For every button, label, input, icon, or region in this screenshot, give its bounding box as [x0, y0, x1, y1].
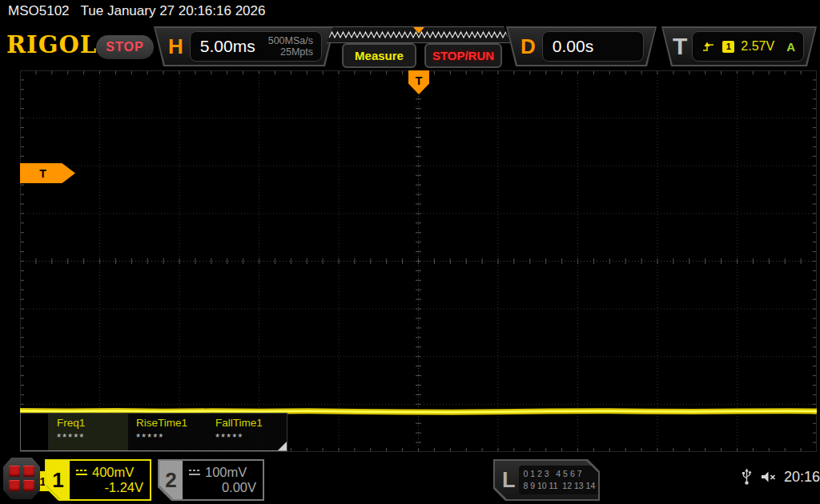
channel2-number: 2 — [159, 461, 183, 499]
measurement-item-falltime1[interactable]: FallTime1 ***** — [207, 414, 287, 450]
datetime-text: Tue January 27 20:16:16 2026 — [81, 3, 266, 19]
delay-label: D — [521, 34, 536, 59]
trigger-level-value: 2.57V — [741, 39, 774, 54]
measurement-item-freq1[interactable]: Freq1 ***** — [49, 414, 128, 450]
dc-coupling-icon — [188, 468, 201, 477]
measurement-item-risetime1[interactable]: RiseTime1 ***** — [128, 414, 207, 450]
logic-channels-panel: 0 1 2 3 4 5 6 7 8 9 10 11 12 13 14 15 — [519, 466, 612, 494]
overview-trigger-position-icon — [413, 27, 424, 34]
menu-button[interactable] — [3, 458, 40, 499]
rising-edge-icon — [701, 40, 716, 53]
stop-run-button[interactable]: STOP/RUN — [424, 43, 502, 68]
horizontal-settings-block[interactable]: H 5.00ms 500MSa/s 25Mpts — [154, 26, 335, 66]
channel1-offset: -1.24V — [75, 480, 143, 495]
logic-channels-row1: 0 1 2 3 4 5 6 7 — [524, 468, 607, 480]
trigger-source-badge: 1 — [722, 41, 734, 53]
dc-coupling-icon — [75, 468, 88, 477]
graticule-area: T 1 — [20, 70, 817, 452]
delay-settings-block[interactable]: D 0.00s — [506, 26, 657, 66]
timebase-pill: 5.00ms 500MSa/s 25Mpts — [190, 31, 322, 62]
speaker-muted-icon — [760, 470, 777, 483]
grid-menu-icon — [9, 466, 34, 491]
logic-label: L — [502, 468, 516, 493]
measure-button[interactable]: Measure — [342, 43, 416, 68]
brand-logo: RIGOL — [6, 31, 97, 58]
trigger-pill: 1 2.57V A — [692, 31, 804, 62]
logic-analyzer-block[interactable]: L 0 1 2 3 4 5 6 7 8 9 10 11 12 13 14 15 — [493, 459, 600, 501]
memory-depth: 25Mpts — [268, 46, 313, 58]
channel2-scale: 100mV — [205, 465, 247, 480]
panel-resize-corner[interactable] — [278, 442, 287, 450]
channel1-number: 1 — [46, 461, 70, 499]
horizontal-label: H — [168, 34, 183, 59]
delay-pill: 0.00s — [542, 31, 644, 62]
model-name: MSO5102 — [8, 3, 70, 19]
trigger-settings-block[interactable]: T 1 2.57V A — [661, 26, 817, 66]
measurement-panel[interactable]: Freq1 ***** RiseTime1 ***** FallTime1 **… — [20, 413, 287, 451]
channel2-status-block[interactable]: 2 100mV 0.00V — [158, 459, 264, 501]
run-state-badge: STOP — [96, 35, 154, 59]
graticule — [20, 70, 817, 452]
oscilloscope-screen: MSO5102 Tue January 27 20:16:16 2026 RIG… — [0, 0, 820, 504]
logic-channels-row2: 8 9 10 11 12 13 14 15 — [524, 480, 607, 492]
system-info-bar: MSO5102 Tue January 27 20:16:16 2026 — [8, 3, 265, 19]
usb-icon — [741, 468, 753, 486]
trigger-label: T — [673, 33, 687, 60]
clock-text: 20:16 — [784, 469, 820, 486]
trigger-sweep-mode: A — [786, 40, 795, 54]
acquisition-rates: 500MSa/s 25Mpts — [268, 35, 321, 58]
delay-value: 0.00s — [543, 37, 643, 56]
sample-rate: 500MSa/s — [268, 35, 313, 46]
channel1-scale: 400mV — [92, 465, 134, 480]
channel2-offset: 0.00V — [188, 480, 256, 495]
timebase-value: 5.00ms — [191, 37, 268, 56]
measurement-slot-empty — [21, 414, 49, 450]
channel1-status-block[interactable]: 1 400mV -1.24V — [45, 459, 151, 501]
